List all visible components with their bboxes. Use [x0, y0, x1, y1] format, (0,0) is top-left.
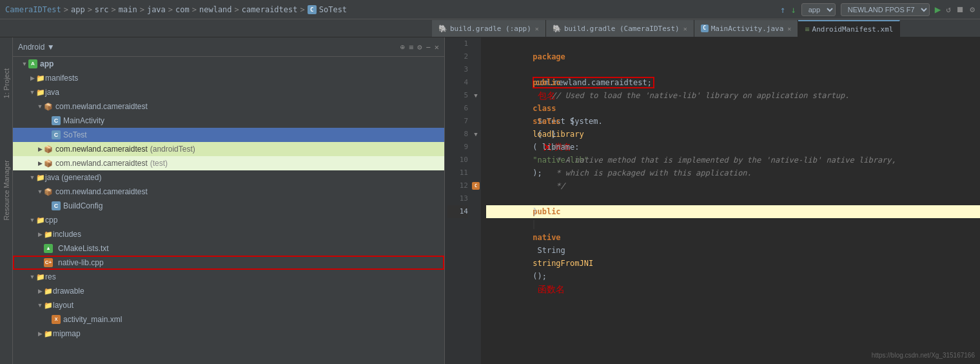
- java-tab-icon: C: [701, 25, 709, 32]
- line-num-8: 8: [447, 128, 468, 141]
- label-java: java: [45, 88, 59, 97]
- sidebar-header-icons: ⊕ ≡ ⚙ − ✕: [400, 43, 439, 52]
- gradle-icon: 🐘: [438, 25, 447, 33]
- up-arrow-icon[interactable]: ↑: [780, 5, 785, 15]
- app-selector[interactable]: app: [801, 3, 836, 16]
- resource-manager-tab[interactable]: Resource Manager: [1, 155, 12, 226]
- tab-close-2[interactable]: ✕: [787, 25, 791, 32]
- label-package-main: com.newland.cameraidtest: [55, 102, 148, 111]
- breadcrumb-item-newland[interactable]: newland: [199, 5, 232, 14]
- plain-space1: [533, 65, 537, 74]
- tree-item-res[interactable]: ▼ 📁 res: [13, 270, 444, 284]
- cpp-badge-12: C: [472, 182, 480, 190]
- label-activity-main-xml: activity_main.xml: [63, 315, 122, 324]
- project-tab[interactable]: 1: Project: [1, 63, 12, 103]
- breadcrumb-item-cameraidtest2[interactable]: cameraidtest: [242, 5, 298, 14]
- arrow-app: ▼: [21, 61, 28, 67]
- tree-item-app[interactable]: ▼ A app: [13, 57, 444, 71]
- code-editor: 1 2 3 4 5 6 7 8 9 10 11 12 13 14: [445, 37, 980, 364]
- tree-item-drawable[interactable]: ▶ 📁 drawable: [13, 284, 444, 298]
- top-bar-right: ↑ ↓ app NEWLAND FPOS F7 ▶ ↺ ⏹ ⚙: [780, 3, 975, 16]
- folder-icon-generated: 📁: [36, 174, 45, 182]
- device-selector[interactable]: NEWLAND FPOS F7: [841, 3, 930, 16]
- tree-item-package-test[interactable]: ▶ 📦 com.newland.cameraidtest (test): [13, 156, 444, 170]
- gradle-icon2: 🐘: [553, 25, 562, 33]
- tree-item-package-androidtest[interactable]: ▶ 📦 com.newland.cameraidtest (androidTes…: [13, 142, 444, 156]
- tab-close-0[interactable]: ✕: [535, 25, 539, 32]
- tree-item-cmakelists[interactable]: ▲ CMakeLists.txt: [13, 241, 444, 256]
- package-icon: 📦: [44, 103, 53, 111]
- sidebar-tree: ▼ A app ▶ 📁 manifests ▼ 📁 java: [13, 57, 444, 364]
- kw-public: public: [533, 78, 560, 87]
- tab-androidmanifest[interactable]: ≡ AndroidManifest.xml: [798, 20, 900, 37]
- tree-item-java-generated[interactable]: ▼ 📁 java (generated): [13, 170, 444, 185]
- gutter-11: [471, 167, 481, 179]
- line-num-13: 13: [447, 192, 468, 205]
- arrow-java-generated: ▼: [28, 174, 36, 181]
- tab-build-gradle-app[interactable]: 🐘 build.gradle (:app) ✕: [432, 20, 546, 37]
- tree-item-buildconfig[interactable]: C BuildConfig: [13, 199, 444, 213]
- tree-item-layout[interactable]: ▼ 📁 layout: [13, 298, 444, 312]
- line-num-9: 9: [447, 141, 468, 154]
- breadcrumb-item-com[interactable]: com: [175, 5, 190, 14]
- line-num-12: 12: [447, 179, 468, 192]
- tab-bar: 🐘 build.gradle (:app) ✕ 🐘 build.gradle (…: [0, 19, 980, 37]
- tree-item-cpp[interactable]: ▼ 📁 cpp: [13, 213, 444, 227]
- tab-build-gradle-cameraidtest[interactable]: 🐘 build.gradle (CameraIDTest) ✕: [546, 20, 694, 37]
- minimize-icon[interactable]: −: [426, 43, 431, 52]
- breadcrumb-item-src[interactable]: src: [95, 5, 109, 14]
- breadcrumb-item-app[interactable]: app: [71, 5, 85, 14]
- stop-button[interactable]: ⏹: [956, 5, 965, 14]
- tree-item-mipmap[interactable]: ▶ 📁 mipmap: [13, 327, 444, 341]
- settings-button[interactable]: ⚙: [970, 5, 975, 14]
- breadcrumb-item-sotest[interactable]: SoTest: [319, 5, 347, 14]
- locate-icon[interactable]: ⊕: [400, 43, 405, 52]
- label-mainactivity: MainActivity: [63, 116, 104, 125]
- folder-icon-java: 📁: [36, 88, 45, 97]
- gutter-13: [471, 192, 481, 205]
- gutter-3: [471, 63, 481, 76]
- tree-item-activity-main-xml[interactable]: X activity_main.xml: [13, 312, 444, 327]
- label-test: com.newland.cameraidtest: [55, 159, 148, 168]
- sidebar: Android ▼ ⊕ ≡ ⚙ − ✕ ▼ A app: [13, 37, 445, 364]
- tree-item-package-gen[interactable]: ▼ 📦 com.newland.cameraidtest: [13, 185, 444, 199]
- line-num-4: 4: [447, 76, 468, 89]
- settings-tree-icon[interactable]: ⚙: [417, 43, 422, 52]
- tree-item-mainactivity[interactable]: C MainActivity: [13, 114, 444, 128]
- code-content[interactable]: package com.newland.cameraidtest; 包名 pub…: [481, 37, 980, 364]
- class-icon-mainactivity: C: [52, 116, 61, 125]
- tab-mainactivity[interactable]: C MainActivity.java ✕: [694, 20, 799, 37]
- gutter-8: ▼: [471, 128, 481, 141]
- label-androidtest: com.newland.cameraidtest: [55, 145, 148, 154]
- gutter-12: C: [471, 179, 481, 192]
- close-sidebar-icon[interactable]: ✕: [435, 43, 439, 52]
- gutter-2: [471, 50, 481, 63]
- label-sotest: SoTest: [63, 130, 87, 139]
- label-test-suffix: (test): [150, 159, 168, 168]
- class-icon: C: [308, 5, 317, 14]
- arrow-layout: ▼: [36, 302, 44, 308]
- breadcrumb-item-cameraidtest[interactable]: CameraIDTest: [5, 5, 61, 14]
- collapse-icon[interactable]: ≡: [409, 43, 413, 52]
- breadcrumb-item-java[interactable]: java: [147, 5, 166, 14]
- rerun-button[interactable]: ↺: [946, 5, 951, 14]
- cpp-file-icon: C+: [44, 258, 53, 267]
- tree-item-sotest[interactable]: C SoTest: [13, 128, 444, 142]
- arrow-cpp: ▼: [28, 217, 36, 223]
- breadcrumb-sep: >: [64, 5, 68, 14]
- tree-item-java[interactable]: ▼ 📁 java: [13, 85, 444, 99]
- label-layout: layout: [53, 301, 74, 310]
- run-button[interactable]: ▶: [935, 3, 941, 15]
- arrow-res: ▼: [28, 274, 36, 280]
- tree-item-native-lib-cpp[interactable]: C+ native-lib.cpp: [13, 256, 444, 270]
- down-arrow-icon[interactable]: ↓: [790, 5, 796, 15]
- tab-close-1[interactable]: ✕: [683, 25, 687, 32]
- tree-item-includes[interactable]: ▶ 📁 includes: [13, 227, 444, 241]
- tree-item-manifests[interactable]: ▶ 📁 manifests: [13, 71, 444, 85]
- arrow-package-gen: ▼: [36, 188, 44, 195]
- gutter-14: [471, 205, 481, 218]
- plain-13: }: [533, 207, 537, 216]
- plain-12a: [533, 194, 551, 203]
- breadcrumb-item-main[interactable]: main: [119, 5, 137, 14]
- tree-item-package-main[interactable]: ▼ 📦 com.newland.cameraidtest: [13, 99, 444, 114]
